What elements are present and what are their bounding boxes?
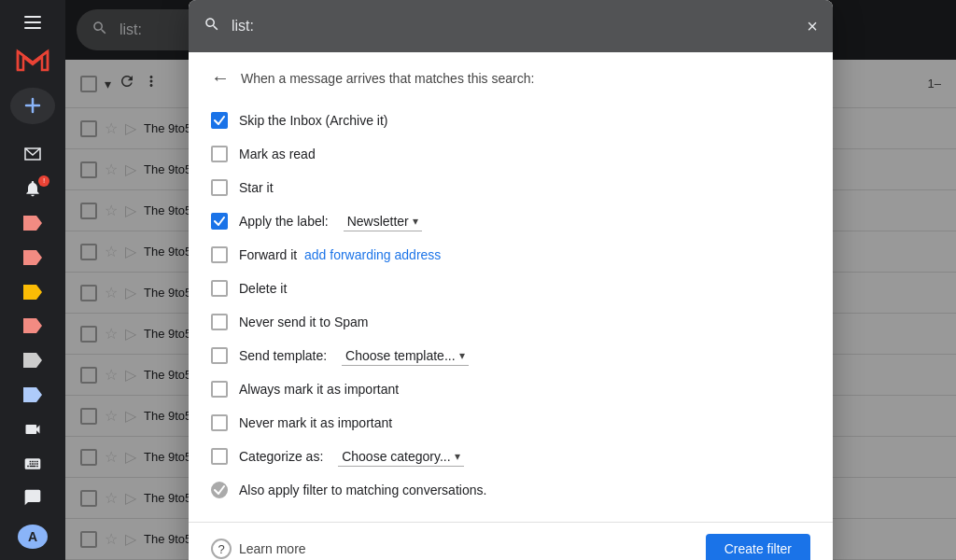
svg-rect-1 [24,21,41,23]
never-important-checkbox[interactable] [211,414,228,431]
forward-checkbox[interactable] [211,246,228,263]
apply-label-text: Apply the label: [239,214,332,229]
filter-option-delete: Delete it [211,272,810,305]
label-select-value: Newsletter [347,214,409,229]
star-checkbox[interactable] [211,179,228,196]
modal-search-icon [204,16,220,36]
template-select-dropdown[interactable]: Choose template... ▾ [342,346,469,366]
modal-close-button[interactable]: × [807,16,818,37]
user-avatar[interactable]: A [18,525,48,549]
also-apply-checkbox[interactable] [211,482,228,498]
label-select-dropdown[interactable]: Newsletter ▾ [344,212,422,231]
also-apply-label: Also apply filter to matching conversati… [239,483,486,497]
category-select-dropdown[interactable]: Choose category... ▾ [338,447,463,467]
category-select-arrow-icon: ▾ [455,450,460,463]
filter-option-never-spam: Never send it to Spam [211,305,810,339]
skip-inbox-checkbox[interactable] [211,112,228,129]
sidebar-item-video[interactable] [14,413,51,444]
filter-option-categorize: Categorize as: Choose category... ▾ [211,440,810,473]
never-spam-label: Never send it to Spam [239,315,369,329]
template-select-value: Choose template... [345,348,456,363]
modal-subtitle-text: When a message arrives that matches this… [241,71,534,86]
apply-label-checkbox[interactable] [211,213,228,230]
sidebar-item-label4[interactable] [14,311,51,342]
always-important-label: Always mark it as important [239,382,399,397]
never-spam-checkbox[interactable] [211,314,228,330]
modal-header: list: × [189,0,833,52]
sidebar-item-label5[interactable] [14,345,51,376]
notification-badge: ! [38,175,49,187]
modal-subtitle: ← When a message arrives that matches th… [211,67,810,89]
sidebar-item-label6[interactable] [14,380,51,411]
template-select-arrow-icon: ▾ [459,349,465,362]
sidebar-item-label3[interactable] [14,276,51,307]
filter-option-mark-read: Mark as read [211,137,810,171]
mark-read-label: Mark as read [239,147,316,161]
svg-rect-2 [24,27,41,29]
sidebar-item-notification[interactable]: ! [14,174,51,204]
category-select-value: Choose category... [342,449,450,464]
sidebar-item-mail[interactable] [14,139,51,170]
skip-inbox-label: Skip the Inbox (Archive it) [239,113,388,128]
gmail-logo [14,46,51,77]
categorize-checkbox[interactable] [211,448,228,465]
filter-modal: list: × ← When a message arrives that ma… [189,0,833,560]
modal-search-text: list: [232,18,795,35]
add-forwarding-link[interactable]: add forwarding address [304,247,441,262]
compose-button[interactable] [10,88,55,124]
svg-rect-0 [24,16,41,18]
main-area: list: × ▾ 1– ☆ ▷ The 9to5Go d Android! V… [65,0,956,560]
filter-option-never-important: Never mark it as important [211,406,810,440]
modal-body: ← When a message arrives that matches th… [189,52,833,514]
delete-label: Delete it [239,281,287,296]
create-filter-button[interactable]: Create filter [706,534,810,560]
sidebar-item-label1[interactable] [14,208,51,239]
filter-option-star: Star it [211,171,810,204]
star-label: Star it [239,180,274,195]
label-select-arrow-icon: ▾ [413,215,418,228]
help-icon[interactable]: ? [211,539,232,559]
filter-option-also-apply: Also apply filter to matching conversati… [211,473,810,507]
modal-footer: ? Learn more Create filter [189,522,833,560]
modal-overlay: list: × ← When a message arrives that ma… [65,0,956,560]
filter-option-always-important: Always mark it as important [211,372,810,406]
sidebar-item-chat[interactable] [14,483,51,513]
delete-checkbox[interactable] [211,280,228,297]
hamburger-menu[interactable] [14,7,51,38]
filter-option-apply-label: Apply the label: Newsletter ▾ [211,204,810,238]
learn-more-link[interactable]: Learn more [239,541,306,556]
back-arrow-icon[interactable]: ← [211,67,230,89]
filter-option-forward: Forward it add forwarding address [211,238,810,272]
categorize-text: Categorize as: [239,449,327,464]
send-template-checkbox[interactable] [211,347,228,364]
filter-option-skip-inbox: Skip the Inbox (Archive it) [211,104,810,137]
sidebar-item-keyboard[interactable] [14,448,51,479]
sidebar: ! A [0,0,65,560]
never-important-label: Never mark it as important [239,415,392,430]
forward-label: Forward it add forwarding address [239,247,441,262]
mark-read-checkbox[interactable] [211,146,228,162]
send-template-text: Send template: [239,348,330,363]
always-important-checkbox[interactable] [211,381,228,398]
filter-option-send-template: Send template: Choose template... ▾ [211,339,810,372]
sidebar-item-label2[interactable] [14,242,51,273]
